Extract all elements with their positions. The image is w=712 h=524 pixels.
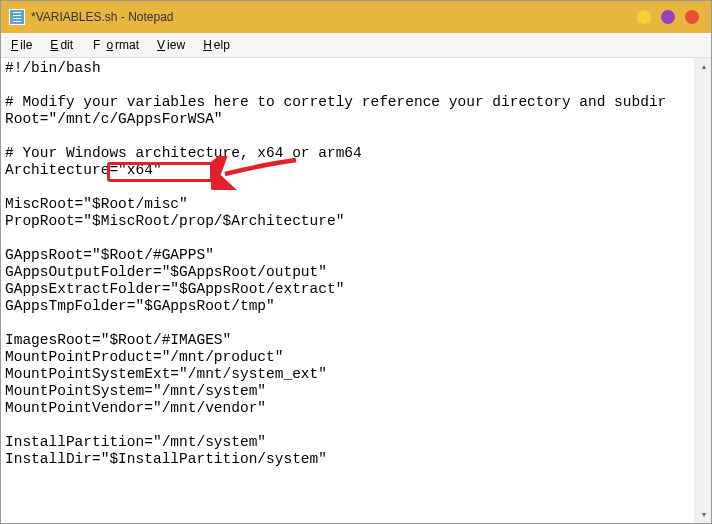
- titlebar[interactable]: *VARIABLES.sh - Notepad: [1, 1, 711, 33]
- notepad-window: *VARIABLES.sh - Notepad File Edit Format…: [0, 0, 712, 524]
- close-button[interactable]: [685, 10, 699, 24]
- window-title: *VARIABLES.sh - Notepad: [31, 10, 637, 24]
- window-controls: [637, 10, 699, 24]
- vertical-scrollbar[interactable]: ▴ ▾: [694, 58, 711, 523]
- scroll-down-icon[interactable]: ▾: [695, 506, 711, 523]
- menubar: File Edit Format View Help: [1, 33, 711, 58]
- menu-view[interactable]: View: [155, 37, 197, 53]
- menu-file[interactable]: File: [9, 37, 44, 53]
- maximize-button[interactable]: [661, 10, 675, 24]
- menu-format[interactable]: Format: [89, 37, 151, 53]
- minimize-button[interactable]: [637, 10, 651, 24]
- editor-content[interactable]: #!/bin/bash # Modify your variables here…: [1, 58, 694, 523]
- menu-edit[interactable]: Edit: [48, 37, 85, 53]
- notepad-icon: [9, 9, 25, 25]
- editor-area: #!/bin/bash # Modify your variables here…: [1, 58, 711, 523]
- scroll-up-icon[interactable]: ▴: [695, 58, 711, 75]
- menu-help[interactable]: Help: [201, 37, 242, 53]
